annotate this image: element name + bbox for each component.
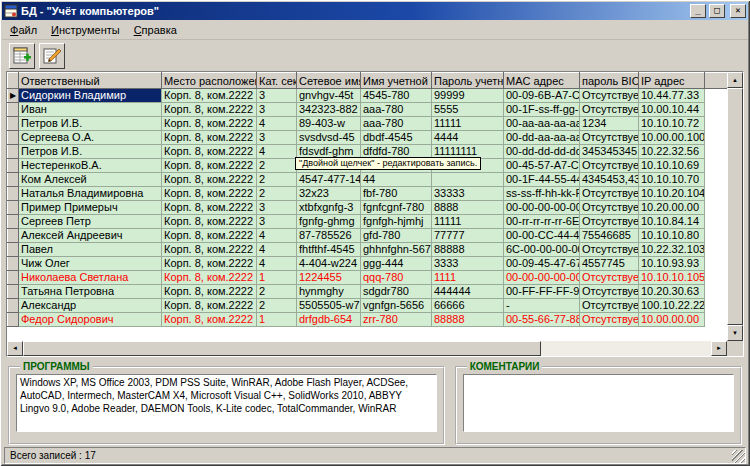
grid-cell-account-name[interactable]: dbdf-4545 bbox=[361, 131, 432, 145]
grid-cell-name[interactable]: Ком Алексей bbox=[19, 173, 162, 187]
grid-cell-mac[interactable]: - bbox=[504, 299, 580, 313]
grid-cell-category[interactable]: 4 bbox=[257, 229, 297, 243]
grid-cell-location[interactable]: Корп. 8, ком.2222 bbox=[162, 243, 257, 257]
grid-cell-category[interactable]: 4 bbox=[257, 145, 297, 159]
grid-cell-category[interactable]: 2 bbox=[257, 285, 297, 299]
grid-cell-name[interactable]: Алексей Андреевич bbox=[19, 229, 162, 243]
grid-cell-network-name[interactable]: xtbfxgnfg-3 bbox=[297, 201, 361, 215]
menu-tools[interactable]: Инструменты bbox=[44, 22, 127, 38]
grid-cell-name[interactable]: Иван bbox=[19, 103, 162, 117]
grid-cell-mac[interactable]: 00-45-57-A7-C7-77 bbox=[504, 159, 580, 173]
column-header-network-name[interactable]: Сетевое имя bbox=[297, 73, 361, 89]
grid-cell-mac[interactable]: 00-00-CC-44-44-00 bbox=[504, 229, 580, 243]
grid-cell-location[interactable]: Корп. 8, ком.2222 bbox=[162, 187, 257, 201]
table-row[interactable]: Ком АлексейКорп. 8, ком.222224547-477-14… bbox=[8, 173, 729, 187]
table-row[interactable]: Федор СидоровичКорп. 8, ком.22221drfgdb-… bbox=[8, 313, 729, 327]
grid-cell-name[interactable]: Николаева Светлана bbox=[19, 271, 162, 285]
column-header-ip[interactable]: IP адрес bbox=[639, 73, 705, 89]
grid-cell-location[interactable]: Корп. 8, ком.2222 bbox=[162, 201, 257, 215]
row-indicator[interactable] bbox=[8, 117, 19, 131]
grid-cell-network-name[interactable]: hynmghy bbox=[297, 285, 361, 299]
grid-cell-account-password[interactable]: 1111 bbox=[432, 271, 504, 285]
minimize-button[interactable]: _ bbox=[690, 4, 706, 18]
row-indicator[interactable]: ▶ bbox=[8, 89, 19, 103]
grid-cell-name[interactable]: НестеренкоВ.А. bbox=[19, 159, 162, 173]
grid-cell-mac[interactable]: 00-dd-aa-aa-aa-aa bbox=[504, 131, 580, 145]
grid-cell-ip[interactable]: 10.00.00.00 bbox=[639, 313, 705, 327]
row-indicator[interactable] bbox=[8, 215, 19, 229]
grid-cell-location[interactable]: Корп. 8, ком.2222 bbox=[162, 159, 257, 173]
column-header-bios-password[interactable]: пароль BIOS bbox=[580, 73, 639, 89]
grid-cell-location[interactable]: Корп. 8, ком.2222 bbox=[162, 313, 257, 327]
grid-cell-account-name[interactable]: fgnfgh-hjmhj bbox=[361, 215, 432, 229]
column-header-mac[interactable]: MAC адрес bbox=[504, 73, 580, 89]
grid-cell-bios-password[interactable]: Отсутствует bbox=[580, 285, 639, 299]
row-indicator[interactable] bbox=[8, 271, 19, 285]
grid-cell-ip[interactable]: 10.00.00.100 bbox=[639, 131, 705, 145]
titlebar[interactable]: БД - "Учёт компьютеров" _ □ ✕ bbox=[2, 2, 748, 20]
grid-cell-mac[interactable]: 6C-00-00-00-00-00 bbox=[504, 243, 580, 257]
scroll-left-icon[interactable]: ◄ bbox=[7, 341, 23, 356]
row-indicator[interactable] bbox=[8, 159, 19, 173]
grid-cell-category[interactable]: 3 bbox=[257, 131, 297, 145]
row-indicator[interactable] bbox=[8, 131, 19, 145]
grid-cell-account-name[interactable]: ааа-780 bbox=[361, 117, 432, 131]
grid-cell-ip[interactable]: 10.10.10.105 bbox=[639, 271, 705, 285]
column-header-secrecy[interactable]: Кат. секр. bbox=[257, 73, 297, 89]
grid-cell-account-name[interactable]: vgnfgn-5656 bbox=[361, 299, 432, 313]
grid-cell-mac[interactable]: 00-09-45-47-67-77 bbox=[504, 257, 580, 271]
grid-cell-category[interactable]: 2 bbox=[257, 173, 297, 187]
row-indicator[interactable] bbox=[8, 313, 19, 327]
table-row[interactable]: Николаева СветланаКорп. 8, ком.222211224… bbox=[8, 271, 729, 285]
column-header-account-password[interactable]: Пароль учетной записи bbox=[432, 73, 504, 89]
grid-cell-account-password[interactable]: 88888 bbox=[432, 243, 504, 257]
grid-cell-ip[interactable]: 10.44.77.33 bbox=[639, 89, 705, 103]
grid-cell-account-password[interactable]: 5555 bbox=[432, 103, 504, 117]
grid-cell-category[interactable]: 1 bbox=[257, 271, 297, 285]
grid-cell-network-name[interactable]: 342323-882 bbox=[297, 103, 361, 117]
table-row[interactable]: ПавелКорп. 8, ком.22224fhtfthf-4545ghhnf… bbox=[8, 243, 729, 257]
column-header-location[interactable]: Место расположения bbox=[162, 73, 257, 89]
menu-help[interactable]: Справка bbox=[127, 22, 184, 38]
grid-cell-location[interactable]: Корп. 8, ком.2222 bbox=[162, 229, 257, 243]
table-row[interactable]: Петров И.В.Корп. 8, ком.2222489-403-wааа… bbox=[8, 117, 729, 131]
grid-cell-bios-password[interactable]: Отсутствует bbox=[580, 271, 639, 285]
grid-cell-bios-password[interactable]: 4557745 bbox=[580, 257, 639, 271]
grid-cell-ip[interactable]: 10.10.93.93 bbox=[639, 257, 705, 271]
grid-cell-network-name[interactable]: 4-404-w224 bbox=[297, 257, 361, 271]
grid-cell-bios-password[interactable]: Отсутствует bbox=[580, 215, 639, 229]
scroll-down-icon[interactable]: ▼ bbox=[727, 325, 743, 341]
vertical-scrollbar[interactable]: ▲ ▼ bbox=[727, 72, 743, 341]
grid-cell-account-name[interactable]: fbf-780 bbox=[361, 187, 432, 201]
resize-grip[interactable] bbox=[732, 450, 745, 463]
grid-cell-category[interactable]: 1 bbox=[257, 313, 297, 327]
grid-cell-category[interactable]: 3 bbox=[257, 215, 297, 229]
grid-cell-category[interactable]: 2 bbox=[257, 159, 297, 173]
maximize-button[interactable]: □ bbox=[709, 4, 725, 18]
scroll-right-icon[interactable]: ► bbox=[711, 341, 727, 356]
grid-cell-category[interactable]: 3 bbox=[257, 103, 297, 117]
table-row[interactable]: ИванКорп. 8, ком.22223342323-882ааа-7805… bbox=[8, 103, 729, 117]
grid-cell-mac[interactable]: 00-09-6B-A7-C7-3D bbox=[504, 89, 580, 103]
programs-textbox[interactable]: Windows XP, MS Office 2003, PDM PSS Suit… bbox=[16, 374, 437, 432]
grid-cell-bios-password[interactable]: 4345453,43 bbox=[580, 173, 639, 187]
grid-cell-mac[interactable]: 00-00-00-00-00-00 bbox=[504, 201, 580, 215]
grid-cell-network-name[interactable]: fgnfg-ghmg bbox=[297, 215, 361, 229]
grid-cell-ip[interactable]: 10.22.32.103 bbox=[639, 243, 705, 257]
grid-cell-category[interactable]: 3 bbox=[257, 201, 297, 215]
grid-cell-account-password[interactable]: 66666 bbox=[432, 299, 504, 313]
grid-cell-account-name[interactable]: qqq-780 bbox=[361, 271, 432, 285]
grid-cell-ip[interactable]: 10.10.84.14 bbox=[639, 215, 705, 229]
grid-cell-mac[interactable]: 00-00-00-00-00-00 bbox=[504, 271, 580, 285]
grid-cell-location[interactable]: Корп. 8, ком.2222 bbox=[162, 131, 257, 145]
grid-cell-account-password[interactable]: 444444 bbox=[432, 285, 504, 299]
grid-cell-location[interactable]: Корп. 8, ком.2222 bbox=[162, 215, 257, 229]
grid-cell-location[interactable]: Корп. 8, ком.2222 bbox=[162, 257, 257, 271]
grid-cell-account-password[interactable]: 4444 bbox=[432, 131, 504, 145]
horizontal-scrollbar[interactable]: ◄ ► bbox=[7, 341, 727, 356]
grid-cell-account-name[interactable]: sdgdr780 bbox=[361, 285, 432, 299]
grid-cell-ip[interactable]: 10.20.00.00 bbox=[639, 201, 705, 215]
grid-cell-mac[interactable]: 00-aa-aa-aa-aa-D6 bbox=[504, 117, 580, 131]
grid-cell-mac[interactable]: 00-rr-rr-rr-rr-6E bbox=[504, 215, 580, 229]
horizontal-scrollbar-thumb[interactable] bbox=[23, 341, 541, 356]
